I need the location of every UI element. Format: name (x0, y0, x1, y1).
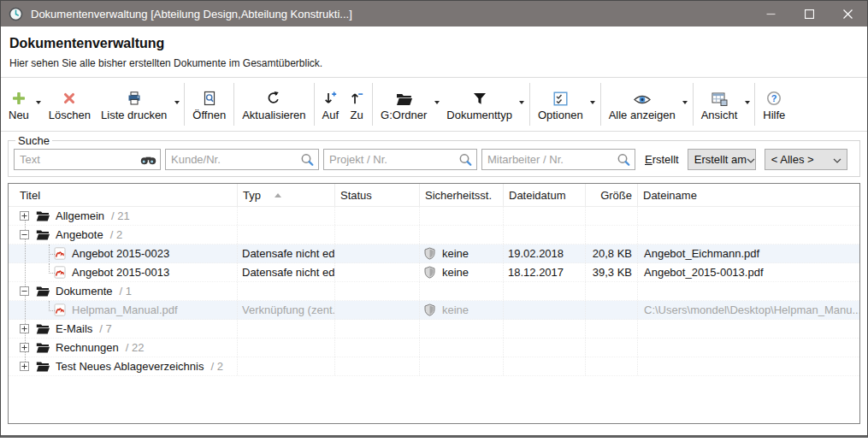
app-window: Dokumentenverwaltung [Abteilung Design,A… (0, 0, 868, 438)
collapse-all-button[interactable]: Zu (344, 79, 369, 130)
security-cell (420, 282, 504, 300)
caret-down-icon (36, 101, 41, 104)
chevron-down-icon (833, 153, 841, 166)
folder-count: / 21 (111, 209, 130, 222)
table-row[interactable]: Angebot 2015-0013Datensafe nicht ed...ke… (9, 263, 859, 282)
pdf-icon (54, 247, 66, 260)
search-group-label: Suche (15, 134, 52, 147)
options-dropdown-arrow[interactable] (588, 79, 598, 127)
file-size-cell (586, 226, 638, 244)
expand-toggle-icon[interactable] (20, 211, 29, 221)
view-button[interactable]: Ansicht (696, 79, 743, 130)
collapse-toggle-icon[interactable] (20, 286, 29, 296)
maximize-button[interactable] (790, 1, 829, 27)
file-size-cell (586, 320, 638, 338)
expand-toggle-icon[interactable] (20, 343, 29, 352)
g-folder-dropdown-arrow[interactable] (432, 79, 441, 127)
document-type-cell (238, 207, 335, 225)
close-button[interactable] (829, 1, 867, 27)
document-type-button[interactable]: Dokumenttyp (441, 79, 517, 130)
status-cell (335, 301, 420, 319)
titlebar: Dokumentenverwaltung [Abteilung Design,A… (1, 1, 867, 27)
expand-all-button[interactable]: Auf (317, 79, 345, 130)
file-size-cell (586, 357, 638, 375)
file-date-cell (504, 320, 586, 338)
document-type-dropdown-arrow[interactable] (517, 79, 527, 127)
shield-icon (424, 266, 435, 279)
table-view-icon (712, 87, 728, 106)
document-title: Helpman_Manual.pdf (72, 304, 178, 316)
folder-icon (396, 87, 412, 106)
table-row[interactable]: E-Mails/ 7 (9, 320, 859, 339)
caret-down-icon (590, 101, 595, 104)
expand-toggle-icon[interactable] (20, 324, 29, 333)
column-header-status[interactable]: Status (335, 184, 420, 206)
table-row[interactable]: Allgemein/ 21 (9, 207, 859, 226)
refresh-button[interactable]: Aktualisieren (237, 79, 310, 130)
folder-count: / 2 (110, 228, 122, 241)
page-header: Dokumentenverwaltung Hier sehen Sie alle… (1, 27, 867, 78)
folder-icon (36, 229, 50, 240)
date-range-select[interactable]: < Alles > (765, 149, 847, 170)
new-dropdown-arrow[interactable] (34, 79, 44, 127)
titel-cell: Allgemein/ 21 (9, 207, 238, 225)
fulltext-search-input[interactable] (14, 149, 161, 170)
table-row[interactable]: Angebot 2015-0023Datensafe nicht ed...ke… (9, 245, 859, 263)
help-button[interactable]: ? Hilfe (758, 79, 790, 130)
print-list-button[interactable]: Liste drucken (96, 79, 172, 130)
print-dropdown-arrow[interactable] (172, 79, 181, 127)
security-cell (420, 207, 504, 225)
security-cell (420, 226, 504, 244)
open-button[interactable]: Öffnen (187, 79, 231, 130)
file-date-cell (504, 282, 586, 300)
document-type-cell (238, 339, 335, 357)
security-cell (420, 320, 504, 338)
customer-search-input[interactable] (165, 149, 319, 170)
titel-cell: Angebot 2015-0013 (9, 263, 238, 281)
toolbar-separator (314, 83, 315, 126)
show-all-dropdown-arrow[interactable] (681, 79, 690, 127)
caret-down-icon (434, 101, 440, 104)
eye-icon (634, 87, 651, 106)
column-header-groesse[interactable]: Größe (586, 184, 638, 206)
shield-icon (424, 247, 435, 260)
file-size-cell (586, 339, 638, 357)
column-header-titel[interactable]: Titel (9, 184, 238, 206)
file-name-cell (638, 207, 859, 225)
delete-button[interactable]: Löschen (44, 79, 96, 130)
toolbar-separator (529, 83, 530, 126)
table-row[interactable]: Angebote/ 2 (9, 226, 859, 245)
column-header-typ[interactable]: Typ (238, 184, 335, 206)
folder-count: / 1 (119, 285, 131, 298)
table-row[interactable]: Test Neues Ablageverzeichnis/ 2 (9, 357, 859, 376)
file-size-cell: 20,8 KB (586, 245, 638, 262)
employee-search-input[interactable] (481, 149, 635, 170)
expand-toggle-icon[interactable] (20, 362, 29, 371)
g-folder-button[interactable]: G:Ordner (375, 79, 432, 130)
collapse-toggle-icon[interactable] (20, 230, 29, 239)
folder-count: / 2 (210, 360, 222, 373)
table-row[interactable]: Helpman_Manual.pdfVerknüpfung (zent...ke… (9, 301, 859, 320)
help-icon: ? (766, 87, 782, 106)
security-cell: keine (420, 263, 504, 281)
file-name-cell (638, 339, 859, 357)
plus-icon (11, 87, 27, 106)
status-cell (335, 263, 420, 281)
minimize-button[interactable] (752, 1, 790, 27)
show-all-button[interactable]: Alle anzeigen (604, 79, 681, 130)
view-dropdown-arrow[interactable] (742, 79, 752, 127)
column-header-dateiname[interactable]: Dateiname (638, 184, 859, 206)
created-field-select[interactable]: Erstellt am (688, 149, 756, 170)
file-name-cell (638, 282, 859, 300)
project-search-input[interactable] (323, 149, 477, 170)
table-row[interactable]: Dokumente/ 1 (9, 282, 859, 301)
security-cell (420, 339, 504, 357)
options-button[interactable]: Optionen (533, 79, 588, 130)
page-title: Dokumentenverwaltung (9, 36, 859, 51)
toolbar-separator (693, 83, 694, 126)
column-header-sicherheitsstufe[interactable]: Sicherheitsst. (420, 184, 504, 206)
table-row[interactable]: Rechnungen/ 22 (9, 339, 859, 357)
folder-count: / 22 (126, 341, 145, 354)
new-button[interactable]: Neu (3, 79, 34, 130)
column-header-dateidatum[interactable]: Dateidatum (504, 184, 586, 206)
